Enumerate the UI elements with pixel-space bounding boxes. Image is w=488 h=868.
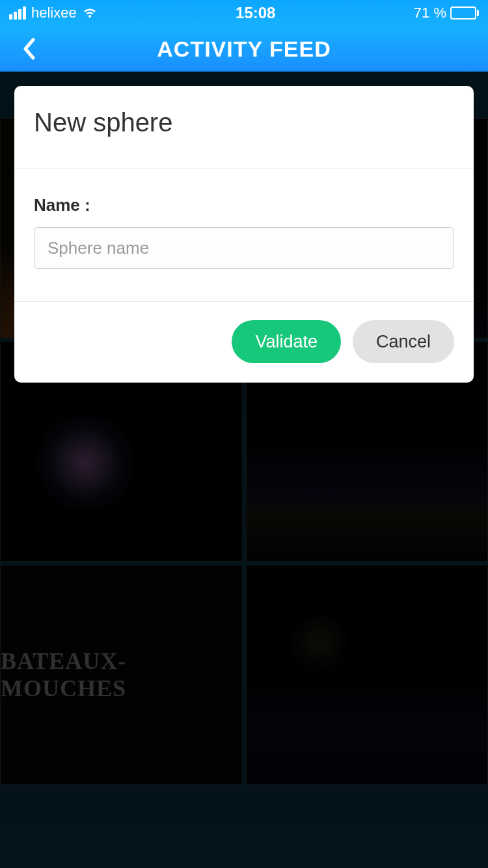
name-field-label: Name : [34, 195, 454, 215]
carrier-label: helixee [31, 5, 77, 21]
status-bar: helixee 15:08 71 % [0, 0, 488, 26]
validate-button[interactable]: Validate [232, 320, 341, 363]
page-title: ACTIVITY FEED [157, 36, 331, 62]
chevron-left-icon [21, 37, 36, 61]
battery-percent-label: 71 % [414, 5, 446, 21]
cancel-button[interactable]: Cancel [353, 320, 454, 363]
status-left: helixee [9, 5, 98, 21]
nav-bar: ACTIVITY FEED [0, 26, 488, 72]
status-right: 71 % [414, 5, 479, 21]
signal-icon [9, 7, 26, 20]
modal-body: Name : [14, 169, 474, 302]
modal-header: New sphere [14, 86, 474, 169]
sphere-name-input[interactable] [34, 227, 454, 269]
modal-footer: Validate Cancel [14, 302, 474, 383]
back-button[interactable] [14, 34, 43, 63]
battery-icon [450, 7, 479, 20]
new-sphere-modal: New sphere Name : Validate Cancel [14, 86, 474, 383]
wifi-icon [82, 7, 98, 19]
status-time: 15:08 [98, 4, 414, 22]
modal-title: New sphere [34, 108, 454, 137]
